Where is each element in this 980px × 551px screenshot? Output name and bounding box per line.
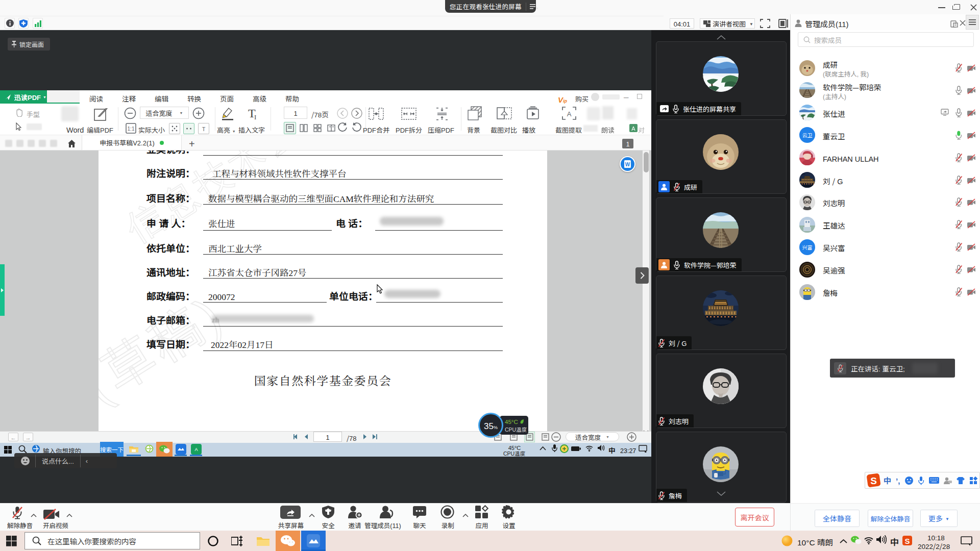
svg-text:云卫: 云卫	[802, 131, 813, 139]
svg-text:I: I	[254, 113, 256, 121]
svg-text:兴富: 兴富	[802, 243, 813, 251]
svg-text:S: S	[904, 537, 910, 545]
svg-text:S: S	[870, 475, 877, 486]
svg-text:A: A	[194, 446, 198, 453]
svg-text:A: A	[567, 109, 572, 118]
svg-text:T: T	[202, 126, 206, 132]
svg-text:W: W	[625, 160, 630, 168]
svg-text:1:1: 1:1	[128, 124, 135, 132]
